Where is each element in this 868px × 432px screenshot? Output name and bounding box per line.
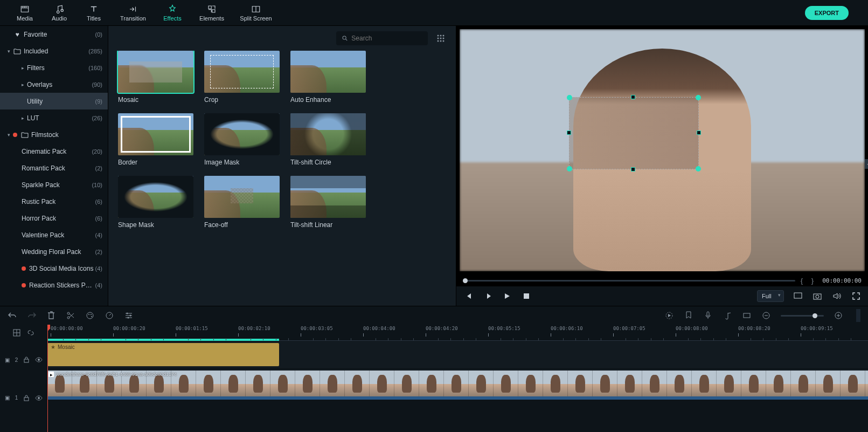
zoom-slider[interactable]: [781, 315, 824, 317]
color-button[interactable]: [85, 311, 95, 320]
effect-card-shape-mask[interactable]: Shape Mask: [118, 176, 193, 229]
split-button[interactable]: [66, 311, 75, 320]
video-track-header[interactable]: ▣1: [0, 379, 47, 417]
effect-card-auto-enhance[interactable]: Auto Enhance: [290, 51, 366, 104]
new-dot-icon: [13, 133, 17, 137]
lock-icon: [23, 395, 30, 401]
svg-point-9: [443, 40, 445, 42]
delete-button[interactable]: [46, 311, 56, 320]
sidebar-item-horror-pack[interactable]: Horror Pack(6): [0, 210, 108, 227]
undo-button[interactable]: [8, 311, 17, 320]
preview-canvas[interactable]: [460, 29, 865, 271]
sidebar-item-rustic-pack[interactable]: Rustic Pack(6): [0, 193, 108, 210]
sidebar-item-filmstock[interactable]: ▾Filmstock: [0, 126, 108, 143]
fullscreen-button[interactable]: [851, 291, 862, 301]
svg-point-14: [67, 312, 70, 314]
effect-card-border[interactable]: Border: [118, 113, 193, 166]
speed-button[interactable]: [105, 311, 114, 320]
timeline-ruler[interactable]: 00:00:00:0000:00:00:2000:00:01:1500:00:0…: [47, 325, 868, 341]
nav-effects[interactable]: Effects: [155, 0, 190, 26]
svg-point-23: [128, 317, 129, 319]
video-track[interactable]: ▶ wondershare-9c0d78f6-6eb1-4469-91ea-a0…: [47, 369, 868, 400]
sidebar-item-filters[interactable]: ▸Filters(160): [0, 59, 108, 76]
effect-card-face-off[interactable]: Face-off: [204, 176, 280, 229]
effects-sidebar[interactable]: ♥Favorite(0)▾Included(285)▸Filters(160)▸…: [0, 26, 108, 306]
mosaic-selection-box[interactable]: [569, 97, 699, 170]
voiceover-button[interactable]: [703, 311, 713, 320]
sidebar-item-3d-social-media-icons[interactable]: 3D Social Media Icons(4): [0, 260, 108, 277]
sidebar-item-utility[interactable]: Utility(9): [0, 93, 108, 109]
timeline-tracks[interactable]: 00:00:00:0000:00:00:2000:00:01:1500:00:0…: [47, 325, 868, 432]
timeline-options-button[interactable]: [856, 309, 860, 322]
effect-thumbnail: [204, 176, 280, 218]
effect-card-mosaic[interactable]: Mosaic: [118, 51, 193, 104]
sidebar-item-count: (9): [95, 98, 102, 105]
effect-card-crop[interactable]: Crop: [204, 51, 280, 104]
sidebar-item-cinematic-pack[interactable]: Cinematic Pack(20): [0, 143, 108, 160]
play-button[interactable]: [502, 291, 512, 301]
sidebar-item-reaction-stickers-pack[interactable]: Reaction Stickers Pack(4): [0, 277, 108, 293]
redo-button[interactable]: [27, 311, 37, 320]
nav-media[interactable]: Media: [8, 0, 42, 26]
zoom-in-button[interactable]: [834, 311, 843, 320]
effect-thumbnail: [118, 113, 193, 155]
sidebar-item-overlays[interactable]: ▸Overlays(90): [0, 76, 108, 93]
crop-button[interactable]: [742, 311, 752, 320]
marker-button[interactable]: [684, 311, 693, 320]
svg-point-1: [438, 35, 439, 37]
sidebar-item-favorite[interactable]: ♥Favorite(0): [0, 26, 108, 43]
effect-track[interactable]: ★Mosaic: [47, 341, 868, 369]
audio-mixer-button[interactable]: [723, 311, 732, 320]
play-pause-button[interactable]: [482, 291, 493, 301]
preview-scrubber[interactable]: [463, 280, 795, 282]
grid-view-button[interactable]: [434, 32, 447, 45]
sidebar-item-label: Favorite: [24, 31, 95, 38]
zoom-out-button[interactable]: [761, 311, 771, 320]
sidebar-item-count: (6): [95, 215, 102, 222]
svg-point-21: [127, 313, 128, 314]
sidebar-item-lut[interactable]: ▸LUT(26): [0, 109, 108, 126]
svg-rect-10: [524, 293, 529, 299]
effect-thumbnail: [290, 113, 366, 155]
snapshot-button[interactable]: [812, 291, 823, 301]
display-settings-button[interactable]: [793, 291, 803, 301]
effect-card-tilt-shift-linear[interactable]: Tilt-shift Linear: [290, 176, 366, 229]
effect-card-tilt-shift-circle[interactable]: Tilt-shift Circle: [290, 113, 366, 166]
new-dot-icon: [22, 266, 26, 271]
quality-select[interactable]: Full: [757, 290, 784, 302]
video-clip[interactable]: ▶ wondershare-9c0d78f6-6eb1-4469-91ea-a0…: [47, 371, 868, 398]
effect-label: Crop: [204, 96, 280, 104]
sidebar-item-sparkle-pack[interactable]: Sparkle Pack(10): [0, 176, 108, 193]
track-manager-button[interactable]: [12, 328, 22, 338]
link-button[interactable]: [26, 328, 36, 338]
svg-rect-32: [24, 397, 29, 401]
svg-point-5: [440, 38, 442, 39]
sidebar-item-valentine-pack[interactable]: Valentine Pack(4): [0, 227, 108, 243]
nav-splitscreen[interactable]: Split Screen: [234, 0, 278, 26]
sidebar-item-wedding-floral-pack[interactable]: Wedding Floral Pack(2): [0, 243, 108, 260]
ruler-tick: 00:00:04:00: [363, 326, 395, 331]
volume-button[interactable]: [831, 291, 842, 301]
eye-icon: [35, 395, 43, 401]
svg-point-8: [440, 40, 442, 42]
nav-titles[interactable]: Titles: [77, 0, 111, 26]
nav-audio[interactable]: Audio: [42, 0, 77, 26]
nav-elements[interactable]: Elements: [190, 0, 234, 26]
prev-frame-button[interactable]: [463, 291, 474, 301]
adjust-button[interactable]: [124, 311, 134, 320]
export-button[interactable]: EXPORT: [805, 6, 849, 20]
search-box[interactable]: [336, 31, 428, 45]
nav-transition[interactable]: Transition: [111, 0, 155, 26]
sidebar-item-romantic-pack[interactable]: Romantic Pack(2): [0, 160, 108, 176]
sidebar-item-included[interactable]: ▾Included(285): [0, 43, 108, 59]
collapse-sidebar-handle[interactable]: ◀: [865, 159, 868, 169]
svg-point-19: [91, 316, 92, 317]
search-input[interactable]: [351, 35, 422, 42]
effect-card-image-mask[interactable]: Image Mask: [204, 113, 280, 166]
effect-track-header[interactable]: ▣2: [0, 341, 47, 379]
playhead[interactable]: [47, 325, 48, 432]
effect-label: Mosaic: [118, 96, 193, 104]
render-button[interactable]: [664, 311, 674, 320]
effect-clip[interactable]: ★Mosaic: [47, 343, 279, 366]
stop-button[interactable]: [521, 291, 532, 301]
